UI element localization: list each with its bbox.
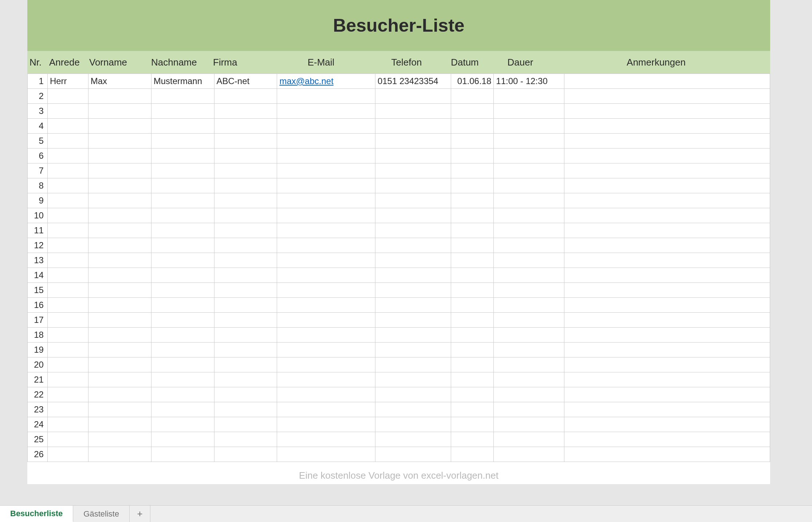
cell-firma[interactable] [214, 253, 277, 268]
table-row[interactable]: 25 [28, 432, 770, 447]
table-row[interactable]: 6 [28, 149, 770, 163]
cell-nachname[interactable] [151, 283, 214, 298]
cell-anmerkungen[interactable] [564, 238, 770, 253]
cell-email[interactable] [277, 387, 375, 402]
cell-vorname[interactable] [88, 119, 151, 134]
cell-anmerkungen[interactable] [564, 104, 770, 119]
cell-email[interactable] [277, 89, 375, 104]
table-row[interactable]: 15 [28, 283, 770, 298]
cell-telefon[interactable] [375, 268, 451, 283]
cell-datum[interactable] [451, 372, 494, 387]
table-row[interactable]: 8 [28, 178, 770, 193]
cell-nachname[interactable] [151, 223, 214, 238]
cell-dauer[interactable] [494, 432, 564, 447]
cell-vorname[interactable] [88, 149, 151, 163]
cell-anrede[interactable] [47, 343, 88, 357]
cell-vorname[interactable] [88, 343, 151, 357]
cell-email[interactable] [277, 119, 375, 134]
cell-datum[interactable] [451, 89, 494, 104]
cell-telefon[interactable] [375, 149, 451, 163]
table-row[interactable]: 26 [28, 447, 770, 462]
cell-datum[interactable] [451, 208, 494, 223]
cell-email[interactable] [277, 402, 375, 417]
cell-telefon[interactable] [375, 104, 451, 119]
cell-nachname[interactable] [151, 163, 214, 178]
cell-vorname[interactable] [88, 238, 151, 253]
cell-nachname[interactable] [151, 313, 214, 328]
cell-email[interactable] [277, 343, 375, 357]
cell-datum[interactable] [451, 283, 494, 298]
table-row[interactable]: 2 [28, 89, 770, 104]
cell-firma[interactable] [214, 89, 277, 104]
cell-email[interactable] [277, 447, 375, 462]
cell-anmerkungen[interactable] [564, 313, 770, 328]
cell-datum[interactable] [451, 298, 494, 313]
cell-dauer[interactable] [494, 283, 564, 298]
cell-datum[interactable] [451, 432, 494, 447]
cell-anrede[interactable] [47, 119, 88, 134]
cell-firma[interactable] [214, 313, 277, 328]
cell-email[interactable] [277, 417, 375, 432]
cell-anrede[interactable] [47, 163, 88, 178]
cell-datum[interactable] [451, 193, 494, 208]
cell-vorname[interactable] [88, 134, 151, 149]
cell-vorname[interactable] [88, 298, 151, 313]
table-row[interactable]: 9 [28, 193, 770, 208]
cell-anmerkungen[interactable] [564, 357, 770, 372]
cell-dauer[interactable] [494, 402, 564, 417]
cell-telefon[interactable] [375, 134, 451, 149]
cell-telefon[interactable] [375, 328, 451, 343]
cell-anmerkungen[interactable] [564, 372, 770, 387]
cell-dauer[interactable] [494, 268, 564, 283]
cell-datum[interactable] [451, 447, 494, 462]
cell-telefon[interactable] [375, 163, 451, 178]
cell-nachname[interactable] [151, 253, 214, 268]
cell-nachname[interactable] [151, 343, 214, 357]
cell-firma[interactable] [214, 357, 277, 372]
cell-email[interactable] [277, 283, 375, 298]
cell-anmerkungen[interactable] [564, 268, 770, 283]
cell-datum[interactable] [451, 313, 494, 328]
cell-anmerkungen[interactable] [564, 119, 770, 134]
cell-datum[interactable] [451, 387, 494, 402]
cell-dauer[interactable] [494, 104, 564, 119]
cell-anrede[interactable] [47, 328, 88, 343]
cell-vorname[interactable] [88, 253, 151, 268]
cell-nachname[interactable] [151, 357, 214, 372]
add-sheet-button[interactable]: + [130, 506, 150, 522]
cell-firma[interactable] [214, 163, 277, 178]
table-row[interactable]: 12 [28, 238, 770, 253]
cell-dauer[interactable] [494, 298, 564, 313]
cell-firma[interactable] [214, 178, 277, 193]
table-row[interactable]: 14 [28, 268, 770, 283]
cell-firma[interactable] [214, 104, 277, 119]
cell-datum[interactable] [451, 357, 494, 372]
cell-dauer[interactable] [494, 89, 564, 104]
cell-vorname[interactable] [88, 104, 151, 119]
cell-anrede[interactable] [47, 313, 88, 328]
cell-nr[interactable]: 13 [28, 253, 48, 268]
cell-telefon[interactable] [375, 193, 451, 208]
cell-nr[interactable]: 8 [28, 178, 48, 193]
table-row[interactable]: 4 [28, 119, 770, 134]
cell-firma[interactable] [214, 447, 277, 462]
cell-anmerkungen[interactable] [564, 149, 770, 163]
cell-dauer[interactable] [494, 208, 564, 223]
table-row[interactable]: 19 [28, 343, 770, 357]
cell-firma[interactable] [214, 193, 277, 208]
cell-vorname[interactable]: Max [88, 74, 151, 89]
cell-telefon[interactable] [375, 313, 451, 328]
cell-firma[interactable] [214, 119, 277, 134]
cell-anrede[interactable] [47, 387, 88, 402]
cell-telefon[interactable] [375, 417, 451, 432]
cell-datum[interactable] [451, 134, 494, 149]
cell-vorname[interactable] [88, 283, 151, 298]
cell-dauer[interactable] [494, 447, 564, 462]
cell-dauer[interactable] [494, 119, 564, 134]
cell-nr[interactable]: 16 [28, 298, 48, 313]
cell-telefon[interactable] [375, 298, 451, 313]
cell-vorname[interactable] [88, 163, 151, 178]
cell-nr[interactable]: 12 [28, 238, 48, 253]
cell-anmerkungen[interactable] [564, 74, 770, 89]
cell-email[interactable] [277, 193, 375, 208]
